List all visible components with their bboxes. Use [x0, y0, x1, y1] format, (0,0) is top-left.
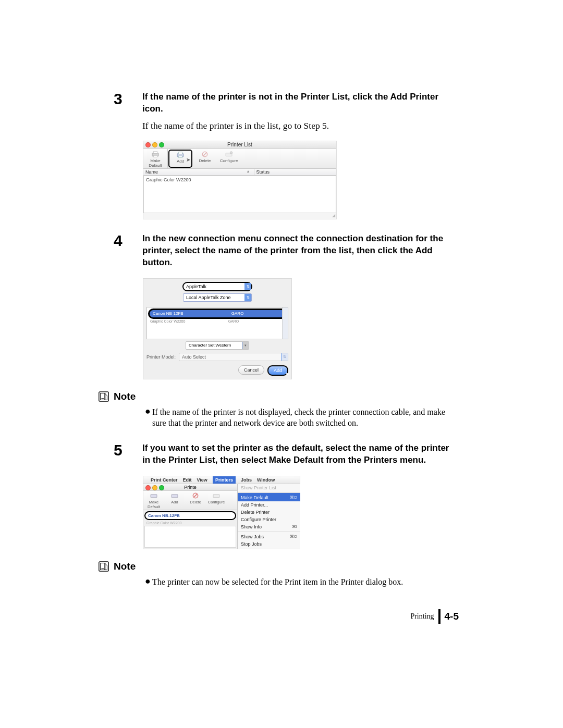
cursor-icon: ➤ — [186, 157, 190, 163]
zoom-icon[interactable] — [159, 485, 164, 490]
note-bullet: ● If the name of the printer is not disp… — [145, 406, 459, 429]
zone-select[interactable]: Local AppleTalk Zone ⇅ — [183, 293, 252, 302]
chapter-label: Printing — [410, 612, 434, 621]
configure-icon — [217, 150, 241, 158]
zoom-icon[interactable] — [159, 142, 164, 147]
svg-rect-2 — [153, 155, 157, 157]
svg-point-9 — [230, 152, 232, 154]
window-titlebar: Printer List — [143, 141, 336, 149]
list-item[interactable]: Graphic Color W2200 — [144, 176, 336, 183]
page-footer: Printing 4-5 — [410, 609, 459, 624]
printer-icon — [143, 150, 167, 158]
list-item-selected[interactable]: Canon NB-12FB — [144, 511, 236, 520]
traffic-lights[interactable] — [145, 142, 164, 147]
make-default-button[interactable]: Make Default — [143, 149, 168, 168]
menu-view[interactable]: View — [197, 477, 207, 483]
select-arrows-icon: ▾ — [242, 342, 249, 349]
traffic-lights[interactable] — [145, 485, 164, 490]
bullet-icon: ● — [145, 576, 152, 588]
menu-item-show-printer-list[interactable]: Show Printer List — [238, 484, 300, 491]
list-item[interactable]: Graphic Color W2200 GARO — [147, 319, 288, 324]
list-empty-area — [144, 526, 236, 548]
cancel-button[interactable]: Cancel — [238, 365, 264, 375]
printer-list-window: Printe Make Default Add Delete — [143, 484, 237, 549]
printer-listbox[interactable]: Canon NB-12FB GARO Graphic Color W2200 G… — [146, 307, 288, 339]
step-4: 4 In the new connection menu connect the… — [114, 233, 459, 269]
menu-item-show-info[interactable]: Show Info⌘I — [238, 523, 300, 530]
step-3-sub: If the name of the printer is in the lis… — [142, 120, 459, 131]
add-button[interactable]: Add — [164, 491, 185, 510]
svg-rect-17 — [213, 495, 219, 498]
menu-item-make-default[interactable]: Make Default ⌘D ➤ — [238, 492, 300, 501]
menu-edit[interactable]: Edit — [183, 477, 192, 483]
svg-line-16 — [194, 494, 197, 497]
printer-icon — [143, 491, 164, 500]
note-text: The printer can now be selected for the … — [152, 576, 403, 588]
add-printer-button[interactable]: Add ➤ — [168, 150, 192, 168]
note-block: Note ● If the name of the printer is not… — [98, 391, 459, 429]
delete-button[interactable]: Delete — [193, 149, 217, 168]
menu-print-center[interactable]: Print Center — [151, 477, 178, 483]
window-title: Printe — [184, 485, 197, 490]
column-headers[interactable]: Name▲ Status — [143, 169, 336, 176]
resize-grip-icon[interactable]: ◢ — [143, 213, 336, 219]
step-number: 4 — [114, 233, 142, 269]
configure-button[interactable]: Configure — [206, 491, 227, 510]
svg-line-7 — [203, 153, 206, 156]
printer-model-label: Printer Model: — [146, 354, 176, 360]
note-block: Note ● The printer can now be selected f… — [98, 561, 459, 588]
step-4-title: In the new connection menu connect the c… — [142, 233, 459, 269]
connection-type-select[interactable]: AppleTalk ⇅ — [182, 282, 252, 291]
svg-rect-5 — [178, 156, 182, 157]
note-icon — [98, 561, 109, 572]
sort-icon: ▲ — [247, 169, 250, 173]
svg-rect-13 — [151, 495, 157, 498]
close-icon[interactable] — [145, 142, 151, 147]
minimize-icon[interactable] — [152, 485, 157, 490]
step-number: 5 — [114, 442, 142, 466]
add-printer-sheet: AppleTalk ⇅ Local AppleTalk Zone ⇅ Canon… — [143, 278, 292, 379]
close-icon[interactable] — [145, 485, 151, 490]
menu-item-stop-jobs[interactable]: Stop Jobs — [238, 540, 300, 548]
printers-dropdown-menu[interactable]: Show Printer List Make Default ⌘D ➤ Add … — [237, 484, 300, 549]
make-default-screenshot: Print Center Edit View Printers Jobs Win… — [143, 476, 300, 549]
add-button[interactable]: Add ➤ — [267, 365, 288, 376]
make-default-button[interactable]: Make Default — [143, 491, 164, 510]
menu-item-show-jobs[interactable]: Show Jobs⌘O — [238, 532, 300, 540]
step-3-title: If the name of the printer is not in the… — [142, 91, 459, 115]
step-5-title: If you want to set the printer as the de… — [142, 442, 459, 466]
select-arrows-icon: ⇅ — [281, 353, 288, 361]
menu-item-delete-printer[interactable]: Delete Printer — [238, 509, 300, 516]
configure-icon — [206, 491, 227, 500]
toolbar: Make Default Add ➤ Delete Configure — [143, 149, 336, 169]
printer-add-icon — [164, 491, 185, 500]
list-item[interactable]: Graphic Color W2200 — [143, 521, 237, 525]
col-status: Status — [254, 169, 337, 175]
svg-rect-14 — [172, 495, 178, 498]
note-icon — [98, 391, 109, 402]
printer-rows[interactable]: Graphic Color W2200 — [143, 176, 336, 213]
menu-item-configure-printer[interactable]: Configure Printer — [238, 516, 300, 523]
configure-button[interactable]: Configure — [217, 149, 241, 168]
step-5: 5 If you want to set the printer as the … — [114, 442, 459, 466]
printer-model-select[interactable]: Auto Select ⇅ — [179, 353, 288, 361]
window-title: Printer List — [227, 142, 252, 147]
no-entry-icon — [185, 491, 206, 500]
menu-item-add-printer[interactable]: Add Printer... — [238, 501, 300, 509]
minimize-icon[interactable] — [152, 142, 157, 147]
step-3: 3 If the name of the printer is not in t… — [114, 91, 459, 131]
menu-printers[interactable]: Printers — [213, 476, 236, 484]
scrollbar[interactable] — [282, 307, 288, 339]
cursor-icon: ➤ — [549, 1, 554, 6]
step-number: 3 — [114, 91, 142, 131]
charset-select[interactable]: Character Set:Western ▾ — [186, 341, 249, 350]
note-title: Note — [114, 561, 136, 572]
printer-list-window: Printer List Make Default Add ➤ Dele — [143, 141, 337, 219]
menu-jobs[interactable]: Jobs — [241, 477, 252, 483]
menu-window[interactable]: Window — [257, 477, 275, 483]
note-bullet: ● The printer can now be selected for th… — [145, 576, 459, 588]
svg-rect-4 — [178, 152, 182, 154]
delete-button[interactable]: Delete — [185, 491, 206, 510]
menubar[interactable]: Print Center Edit View Printers Jobs Win… — [143, 476, 300, 484]
list-item-selected[interactable]: Canon NB-12FB GARO — [148, 309, 287, 319]
